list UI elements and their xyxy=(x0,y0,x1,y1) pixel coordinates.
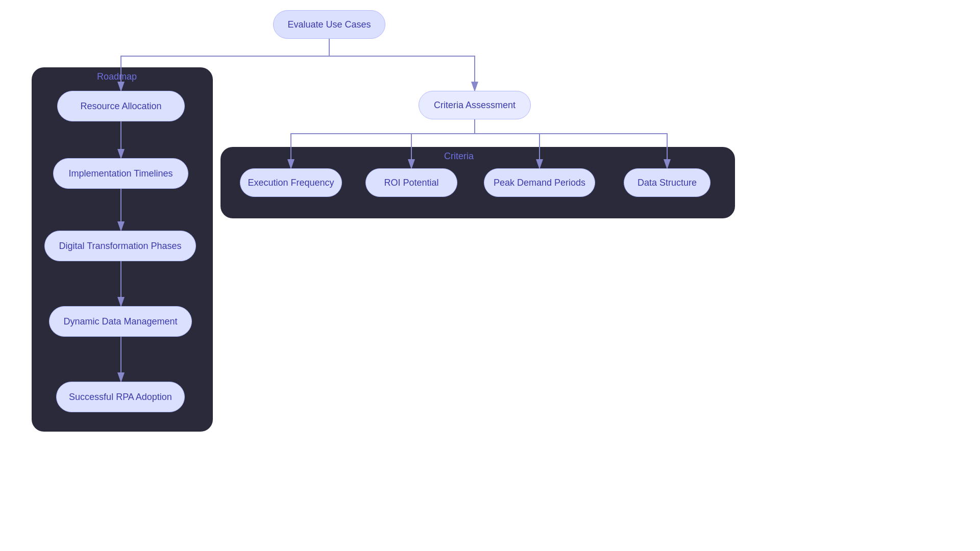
peak-demand-node[interactable]: Peak Demand Periods xyxy=(484,168,595,197)
dynamic-data-node[interactable]: Dynamic Data Management xyxy=(49,306,192,337)
diagram-container: Roadmap Criteria Evaluate U xyxy=(0,0,980,551)
data-structure-node[interactable]: Data Structure xyxy=(624,168,710,197)
criteria-assessment-node[interactable]: Criteria Assessment xyxy=(419,91,531,119)
digital-transformation-node[interactable]: Digital Transformation Phases xyxy=(44,231,196,261)
successful-rpa-node[interactable]: Successful RPA Adoption xyxy=(56,382,185,412)
criteria-label: Criteria xyxy=(444,151,474,162)
resource-allocation-node[interactable]: Resource Allocation xyxy=(57,91,185,121)
evaluate-use-cases-node[interactable]: Evaluate Use Cases xyxy=(273,10,385,39)
roi-potential-node[interactable]: ROI Potential xyxy=(365,168,457,197)
implementation-timelines-node[interactable]: Implementation Timelines xyxy=(53,158,188,189)
roadmap-label: Roadmap xyxy=(97,71,137,82)
execution-frequency-node[interactable]: Execution Frequency xyxy=(240,168,342,197)
